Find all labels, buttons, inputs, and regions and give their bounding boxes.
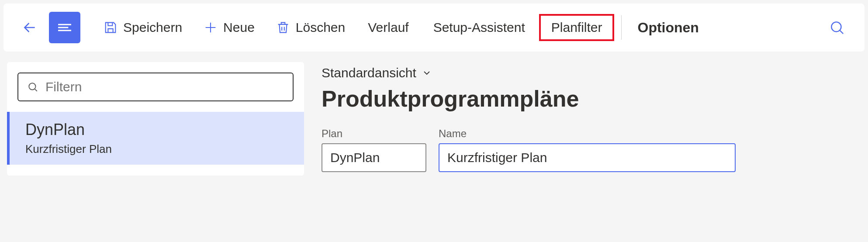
content: DynPlan Kurzfristiger Plan Standardansic… [0,55,868,183]
plan-input[interactable] [322,143,426,172]
menu-button[interactable] [49,12,80,43]
back-button[interactable] [14,12,45,43]
arrow-left-icon [21,19,38,36]
name-field: Name [439,128,736,172]
list-item[interactable]: DynPlan Kurzfristiger Plan [7,112,304,165]
save-label: Speichern [123,20,182,35]
toolbar: Speichern Neue Löschen Verlauf Setup-Ass… [3,3,865,52]
plan-label: Plan [322,128,426,140]
plus-icon [203,20,218,35]
sidebar: DynPlan Kurzfristiger Plan [7,62,304,176]
name-label: Name [439,128,736,140]
page-title: Produktprogrammpläne [322,86,861,112]
delete-button[interactable]: Löschen [267,15,354,40]
filter-input[interactable] [45,80,284,94]
list-item-title: DynPlan [25,121,288,139]
options-button[interactable]: Optionen [629,20,707,36]
trash-icon [276,20,290,35]
filter-box[interactable] [17,73,294,101]
name-input[interactable] [439,143,736,172]
chevron-down-icon [422,68,432,78]
search-icon [829,19,845,36]
svg-point-0 [831,22,841,31]
form-row: Plan Name [322,128,861,172]
plan-field: Plan [322,128,426,172]
svg-point-1 [29,83,35,90]
planfilter-button[interactable]: Planfilter [539,14,615,41]
view-selector[interactable]: Standardansicht [322,66,861,80]
search-icon [27,81,38,93]
view-selector-label: Standardansicht [322,66,416,80]
setup-assistant-button[interactable]: Setup-Assistent [423,15,536,40]
history-button[interactable]: Verlauf [357,15,419,40]
list-item-subtitle: Kurzfristiger Plan [25,142,288,156]
delete-label: Löschen [296,20,345,35]
save-icon [103,20,118,35]
menu-icon [56,19,73,36]
new-label: Neue [223,20,255,35]
divider [621,15,622,40]
main: Standardansicht Produktprogrammpläne Pla… [322,62,861,176]
new-button[interactable]: Neue [194,15,263,40]
save-button[interactable]: Speichern [94,15,191,40]
search-button[interactable] [820,14,854,41]
